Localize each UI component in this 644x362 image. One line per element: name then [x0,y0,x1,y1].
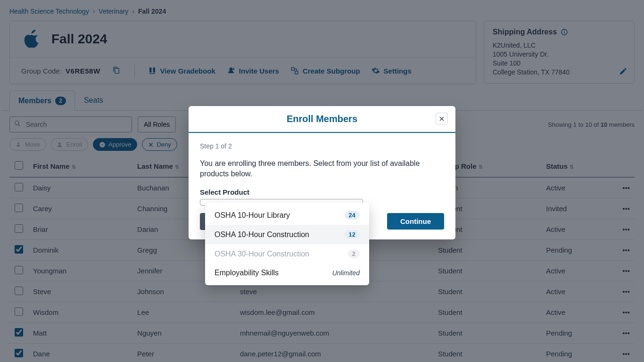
modal-prompt: You are enrolling three members. Select … [200,158,444,180]
select-product-label: Select Product [200,188,444,196]
dropdown-item[interactable]: OSHA 10-Hour Library24 [205,206,369,225]
dropdown-item-label: OSHA 30-Hour Construction [215,250,309,258]
modal-title: Enroll Members [200,114,444,124]
dropdown-item-badge: 24 [345,211,360,220]
continue-button[interactable]: Continue [387,213,444,230]
close-icon[interactable] [436,113,448,125]
dropdown-item-label: OSHA 10-Hour Construction [215,230,309,239]
dropdown-item-label: Employability Skills [215,269,279,277]
dropdown-item[interactable]: Employability SkillsUnlimited [205,263,369,282]
dropdown-item: OSHA 30-Hour Construction2 [205,244,369,263]
dropdown-item-badge: 2 [348,249,360,258]
dropdown-item-unlimited: Unlimited [332,269,360,277]
dropdown-item-label: OSHA 10-Hour Library [215,211,290,220]
product-dropdown: OSHA 10-Hour Library24OSHA 10-Hour Const… [205,203,369,285]
step-label: Step 1 of 2 [200,142,444,150]
dropdown-item-badge: 12 [345,230,360,239]
dropdown-item[interactable]: OSHA 10-Hour Construction12 [205,225,369,244]
